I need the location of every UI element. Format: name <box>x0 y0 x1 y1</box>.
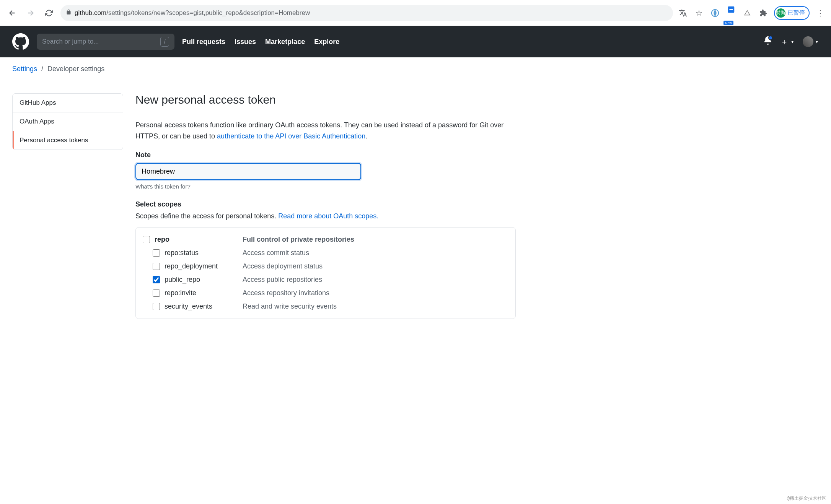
forward-button[interactable] <box>24 6 37 20</box>
scopes-docs-link[interactable]: Read more about OAuth scopes. <box>278 212 378 220</box>
scope-checkbox-repo[interactable] <box>143 236 150 243</box>
breadcrumb: Settings / Developer settings <box>0 57 831 81</box>
note-hint: What's this token for? <box>135 183 516 190</box>
scope-description: Read and write security events <box>243 302 337 311</box>
github-logo[interactable] <box>12 33 29 50</box>
github-header: / Pull requests Issues Marketplace Explo… <box>0 26 831 57</box>
intro-text: Personal access tokens function like ord… <box>135 120 516 142</box>
url-text: github.com/settings/tokens/new?scopes=gi… <box>75 9 310 17</box>
browser-extensions: ☆ New 特斯 已暂停 ⋮ <box>678 4 826 22</box>
translate-icon[interactable] <box>678 8 688 18</box>
scopes-list: repoFull control of private repositories… <box>135 227 516 319</box>
scope-row-repo: repoFull control of private repositories <box>143 233 508 246</box>
scopes-intro: Scopes define the access for personal to… <box>135 212 516 220</box>
auth-docs-link[interactable]: authenticate to the API over Basic Authe… <box>217 132 365 140</box>
star-icon[interactable]: ☆ <box>694 8 704 18</box>
search-input[interactable] <box>42 38 160 46</box>
address-bar[interactable]: github.com/settings/tokens/new?scopes=gi… <box>60 5 673 21</box>
scope-name: repo <box>155 236 243 244</box>
scope-description: Access commit status <box>243 249 309 257</box>
nav-marketplace[interactable]: Marketplace <box>265 38 305 46</box>
scope-checkbox-public-repo[interactable] <box>153 276 160 283</box>
nav-pull-requests[interactable]: Pull requests <box>182 38 225 46</box>
svg-point-1 <box>714 10 716 16</box>
sidebar-item-github-apps[interactable]: GitHub Apps <box>13 94 123 112</box>
save-extension-icon[interactable]: New <box>726 4 736 22</box>
new-badge: New <box>723 21 733 25</box>
scope-name: repo_deployment <box>165 262 243 270</box>
extensions-icon[interactable] <box>758 8 769 18</box>
scope-row-security-events: security_eventsRead and write security e… <box>143 300 508 313</box>
scope-row-repo-invite: repo:inviteAccess repository invitations <box>143 286 508 300</box>
vue-icon[interactable] <box>742 8 753 18</box>
note-input[interactable] <box>135 163 361 180</box>
scope-description: Access deployment status <box>243 262 323 270</box>
primary-nav: Pull requests Issues Marketplace Explore <box>182 38 339 46</box>
sidebar-item-personal-access-tokens[interactable]: Personal access tokens <box>13 131 123 150</box>
scope-name: public_repo <box>165 276 243 284</box>
scope-description: Access public repositories <box>243 276 322 284</box>
profile-avatar-icon: 特斯 <box>776 8 785 18</box>
notifications-icon[interactable] <box>764 36 772 47</box>
scope-checkbox-security-events[interactable] <box>153 303 160 310</box>
create-new-dropdown[interactable]: ＋▼ <box>780 37 794 47</box>
profile-badge[interactable]: 特斯 已暂停 <box>774 6 810 20</box>
scope-name: security_events <box>165 302 243 311</box>
scope-checkbox-repo-deployment[interactable] <box>153 263 160 270</box>
scope-row-public-repo: public_repoAccess public repositories <box>143 273 508 286</box>
scopes-heading: Select scopes <box>135 200 516 208</box>
sidebar: GitHub AppsOAuth AppsPersonal access tok… <box>12 93 123 319</box>
lock-icon <box>66 9 72 16</box>
back-button[interactable] <box>5 6 19 20</box>
search-box[interactable]: / <box>37 34 174 50</box>
breadcrumb-settings[interactable]: Settings <box>12 65 37 73</box>
reload-button[interactable] <box>42 6 56 20</box>
main-content: New personal access token Personal acces… <box>135 93 516 319</box>
sidebar-item-oauth-apps[interactable]: OAuth Apps <box>13 112 123 131</box>
note-label: Note <box>135 151 516 159</box>
scope-name: repo:invite <box>165 289 243 297</box>
browser-toolbar: github.com/settings/tokens/new?scopes=gi… <box>0 0 831 26</box>
scope-row-repo-status: repo:statusAccess commit status <box>143 246 508 260</box>
breadcrumb-current: Developer settings <box>47 65 104 73</box>
user-menu[interactable]: ▼ <box>803 36 819 47</box>
menu-icon[interactable]: ⋮ <box>815 8 826 18</box>
nav-issues[interactable]: Issues <box>235 38 256 46</box>
profile-status-text: 已暂停 <box>788 9 805 16</box>
scope-description: Full control of private repositories <box>243 236 354 244</box>
scope-name: repo:status <box>165 249 243 257</box>
page-title: New personal access token <box>135 93 516 111</box>
scope-checkbox-repo-status[interactable] <box>153 249 160 257</box>
scope-description: Access repository invitations <box>243 289 329 297</box>
opera-icon[interactable] <box>710 8 720 18</box>
avatar <box>803 36 813 47</box>
scope-row-repo-deployment: repo_deploymentAccess deployment status <box>143 260 508 273</box>
scope-checkbox-repo-invite[interactable] <box>153 289 160 297</box>
slash-shortcut-icon: / <box>160 37 169 47</box>
nav-explore[interactable]: Explore <box>314 38 339 46</box>
notification-dot <box>768 36 773 40</box>
